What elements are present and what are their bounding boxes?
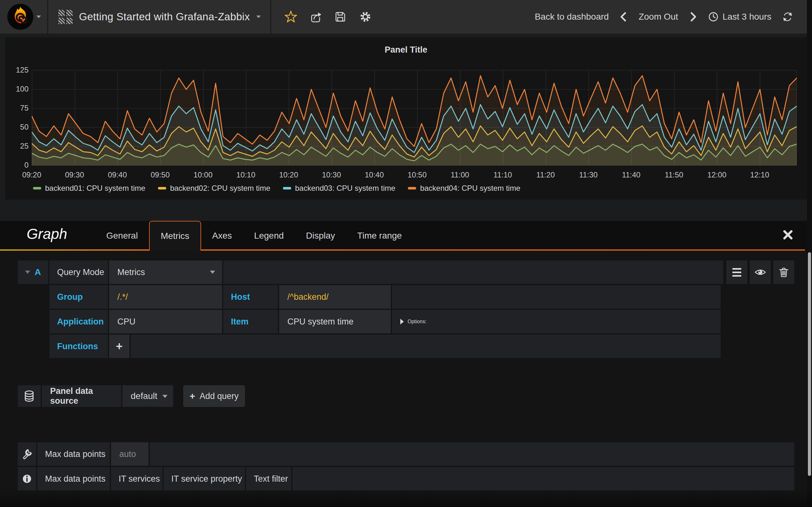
trash-icon	[777, 266, 790, 279]
row-filler	[223, 261, 723, 284]
legend-color-dash	[33, 187, 41, 189]
datasource-value: default	[131, 391, 157, 401]
page-scrollbar-track	[807, 0, 812, 507]
x-tick-label: 11:00	[446, 170, 474, 179]
close-editor-button[interactable]	[781, 228, 794, 241]
help-item[interactable]: IT services	[111, 467, 162, 491]
panel-options-rows: Max data points auto Max data points IT …	[18, 442, 794, 491]
panel-title[interactable]: Panel Title	[5, 45, 807, 55]
help-icon-cell	[18, 467, 36, 491]
tab-time-range[interactable]: Time range	[346, 221, 413, 250]
tab-display[interactable]: Display	[295, 221, 346, 250]
panel-type-title: Graph	[27, 225, 67, 242]
query-toggle-visibility-button[interactable]	[750, 261, 771, 284]
navbar-actions	[285, 10, 372, 23]
chevron-down-icon	[25, 271, 30, 274]
chart-legend: backend01: CPU system timebackend02: CPU…	[33, 184, 520, 193]
max-data-points-label: Max data points	[38, 442, 110, 466]
x-tick-label: 11:40	[617, 170, 646, 179]
legend-label: backend02: CPU system time	[170, 184, 270, 193]
chevron-down-icon	[210, 271, 215, 274]
query-delete-button[interactable]	[773, 261, 794, 284]
time-series-plot[interactable]	[32, 70, 798, 166]
close-icon	[781, 228, 794, 241]
share-button[interactable]	[309, 10, 322, 23]
x-tick-label: 11:30	[574, 170, 603, 179]
query-row-group-host: Group /.*/ Host /^backend/	[18, 285, 794, 308]
tab-legend[interactable]: Legend	[243, 221, 295, 250]
settings-button[interactable]	[359, 10, 372, 23]
options-icon-cell	[18, 442, 36, 466]
item-input[interactable]: CPU system time	[279, 310, 391, 333]
query-actions	[726, 261, 794, 284]
datasource-label: Panel data source	[42, 385, 121, 407]
legend-label: backend03: CPU system time	[295, 184, 395, 193]
legend-item[interactable]: backend01: CPU system time	[33, 184, 145, 193]
grafana-logo-icon	[7, 3, 34, 31]
refresh-icon	[781, 11, 794, 23]
host-label: Host	[223, 285, 278, 308]
time-range-picker[interactable]: Last 3 hours	[708, 11, 771, 22]
tab-axes[interactable]: Axes	[201, 221, 243, 250]
help-item[interactable]: Text filter	[246, 467, 291, 491]
application-input[interactable]: CPU	[109, 310, 222, 333]
row-filler	[131, 335, 721, 358]
add-query-button[interactable]: + Add query	[183, 385, 245, 407]
query-row-application-item: Application CPU Item CPU system time Opt…	[18, 310, 794, 333]
x-tick-label: 09:30	[60, 170, 89, 179]
y-tick-label: 100	[7, 84, 29, 94]
legend-color-dash	[158, 187, 166, 189]
dashboard-title: Getting Started with Grafana-Zabbix	[79, 11, 250, 23]
page-scrollbar-thumb[interactable]	[808, 252, 811, 476]
group-input[interactable]: /.*/	[109, 285, 222, 308]
plus-icon: +	[190, 391, 195, 401]
time-range-label: Last 3 hours	[722, 12, 771, 22]
options-label: Options:	[408, 319, 426, 325]
add-function-button[interactable]: +	[109, 335, 130, 358]
chevron-down-icon	[162, 395, 167, 398]
eye-icon	[754, 266, 767, 279]
refresh-button[interactable]	[781, 11, 794, 23]
x-tick-label: 09:50	[146, 170, 174, 179]
star-button[interactable]	[285, 10, 297, 23]
dashboard-title-dropdown[interactable]: Getting Started with Grafana-Zabbix	[58, 10, 261, 24]
legend-item[interactable]: backend04: CPU system time	[408, 184, 520, 193]
grafana-dashboard-page: Getting Started with Grafana-Zabbix	[0, 0, 812, 507]
navbar-right: Back to dashboard Zoom Out Last 3 hours	[535, 11, 812, 23]
y-tick-label: 0	[7, 160, 29, 170]
functions-label: Functions	[49, 335, 108, 358]
time-shift-forward-button[interactable]	[688, 11, 698, 22]
zoom-out-button[interactable]: Zoom Out	[639, 12, 678, 22]
help-item[interactable]: IT service property	[164, 467, 245, 491]
query-collapse-toggle[interactable]: A	[18, 261, 48, 284]
query-mode-value: Metrics	[117, 268, 145, 277]
datasource-select[interactable]: default	[122, 385, 173, 407]
query-mode-select[interactable]: Metrics	[109, 261, 222, 284]
x-tick-label: 10:50	[403, 170, 432, 179]
query-menu-button[interactable]	[726, 261, 747, 284]
chevron-down-icon	[256, 15, 261, 18]
legend-color-dash	[408, 187, 416, 189]
legend-label: backend01: CPU system time	[45, 184, 145, 193]
panel-editor: Graph General Metrics Axes Legend Displa…	[0, 221, 812, 507]
navbar-divider	[270, 0, 271, 34]
help-item[interactable]: Max data points	[38, 467, 110, 491]
x-tick-label: 11:20	[531, 170, 560, 179]
save-button[interactable]	[334, 10, 347, 23]
info-icon	[22, 474, 32, 484]
max-data-points-input[interactable]: auto	[111, 442, 148, 466]
options-toggle[interactable]: Options:	[392, 310, 721, 333]
share-icon	[309, 10, 322, 23]
back-to-dashboard-button[interactable]: Back to dashboard	[535, 12, 609, 22]
chevron-left-icon	[619, 11, 628, 22]
grafana-menu-button[interactable]	[0, 0, 48, 34]
legend-item[interactable]: backend02: CPU system time	[158, 184, 270, 193]
plus-icon: +	[116, 340, 122, 353]
legend-item[interactable]: backend03: CPU system time	[283, 184, 395, 193]
time-shift-back-button[interactable]	[619, 11, 628, 22]
host-input[interactable]: /^backend/	[279, 285, 391, 308]
tab-general[interactable]: General	[95, 221, 149, 250]
chevron-right-icon	[688, 11, 698, 22]
tab-metrics[interactable]: Metrics	[149, 221, 201, 250]
menu-icon	[732, 268, 741, 277]
